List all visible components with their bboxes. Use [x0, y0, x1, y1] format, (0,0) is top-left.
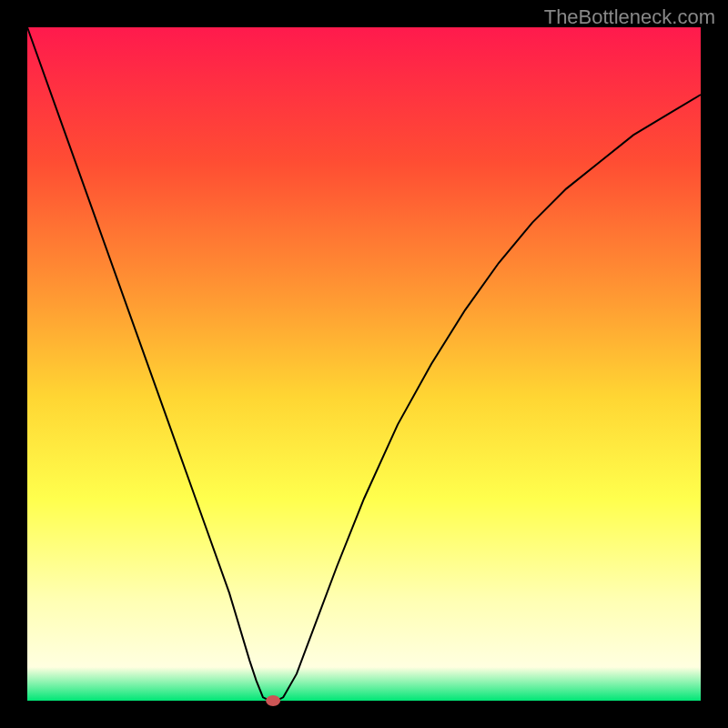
chart-container [0, 0, 728, 728]
minimum-marker [266, 695, 280, 706]
watermark-text: TheBottleneck.com [544, 5, 715, 29]
chart-svg [0, 0, 728, 728]
plot-background [27, 27, 701, 701]
